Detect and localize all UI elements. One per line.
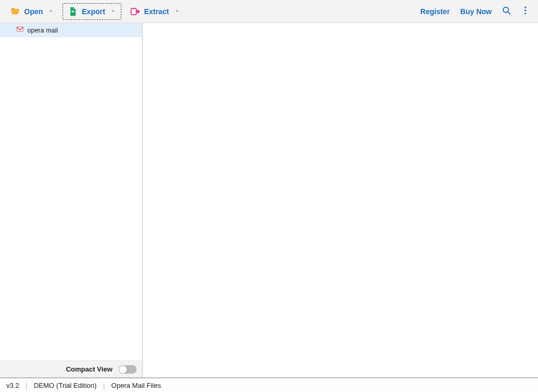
extract-button[interactable]: Extract [125,3,185,20]
search-icon [501,5,512,17]
toggle-knob [119,365,127,374]
buy-now-link[interactable]: Buy Now [455,4,497,19]
version-label: v3.2 [6,382,19,389]
tree-item-opera-mail[interactable]: opera mail [0,23,142,37]
register-link[interactable]: Register [415,4,455,19]
more-menu-button[interactable] [516,2,535,20]
export-label: Export [82,7,105,16]
compact-view-bar: Compact View [0,361,142,377]
svg-rect-6 [17,27,23,31]
folder-open-icon [10,6,20,17]
status-separator: | [26,381,28,390]
caret-down-icon [174,7,180,16]
tree-item-label: opera mail [27,27,58,34]
svg-point-5 [524,13,526,14]
svg-rect-0 [131,8,137,15]
more-vertical-icon [520,5,531,17]
svg-line-2 [508,12,510,14]
folder-tree: opera mail [0,23,142,361]
toolbar: Open Export [0,0,538,23]
status-separator: | [103,381,105,390]
extract-icon [130,6,140,17]
svg-point-4 [524,9,526,11]
compact-view-label: Compact View [66,365,112,373]
caret-down-icon [110,7,116,16]
mail-icon [16,26,24,35]
sidebar: opera mail Compact View [0,23,143,377]
compact-view-toggle[interactable] [119,365,137,374]
svg-point-3 [524,7,526,8]
open-button[interactable]: Open [5,3,59,20]
statusbar: v3.2 | DEMO (Trial Edition) | Opera Mail… [0,377,538,392]
search-button[interactable] [497,2,516,20]
export-button[interactable]: Export [63,3,121,20]
body: opera mail Compact View [0,23,538,377]
edition-label: DEMO (Trial Edition) [34,382,96,389]
caret-down-icon [48,7,54,16]
extract-label: Extract [144,7,169,16]
export-icon [68,6,78,17]
context-label: Opera Mail Files [111,382,161,389]
open-label: Open [24,7,43,16]
content-area [143,23,538,377]
